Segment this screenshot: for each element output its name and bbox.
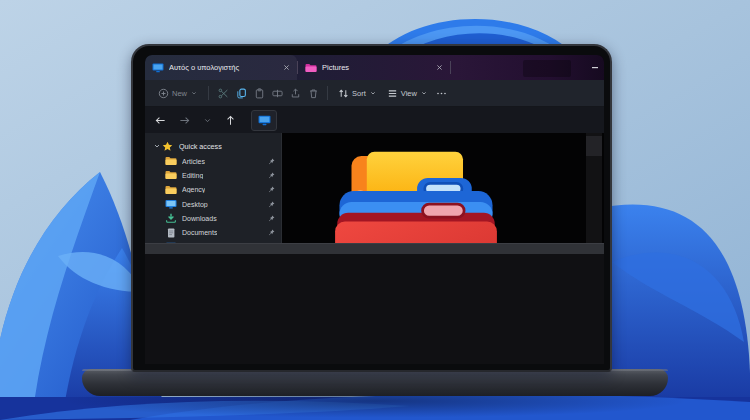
- pin-icon: [268, 229, 275, 236]
- rename-icon[interactable]: [268, 84, 286, 103]
- document-icon: [165, 228, 177, 238]
- tab-this-pc[interactable]: Αυτός ο υπολογιστής: [145, 55, 297, 80]
- tab-pictures[interactable]: Pictures: [298, 55, 450, 80]
- window-bottom-edge: [145, 254, 604, 364]
- command-toolbar: New: [145, 80, 604, 107]
- copy-icon[interactable]: [232, 84, 250, 103]
- navigation-bar: [145, 107, 604, 133]
- downloads-icon: [165, 213, 177, 223]
- paste-icon[interactable]: [250, 84, 268, 103]
- up-icon[interactable]: [225, 115, 236, 126]
- pin-icon: [268, 201, 275, 208]
- toolbar-separator: [327, 86, 328, 100]
- view-button[interactable]: View: [382, 84, 433, 103]
- chevron-down-icon: [420, 89, 428, 97]
- file-explorer-folders-icon: [334, 147, 498, 243]
- tab-label: Αυτός ο υπολογιστής: [169, 63, 278, 72]
- sidebar-item-agency[interactable]: Agency: [145, 183, 281, 197]
- address-bar-location[interactable]: [251, 110, 277, 131]
- this-pc-monitor-icon: [152, 63, 164, 73]
- navigation-pane: Quick access Articles: [145, 133, 282, 243]
- pin-icon: [268, 158, 275, 165]
- pin-icon: [268, 215, 275, 222]
- back-icon[interactable]: [155, 115, 166, 126]
- cut-icon[interactable]: [214, 84, 232, 103]
- sort-arrows-icon: [338, 88, 349, 99]
- toolbar-separator: [208, 86, 209, 100]
- view-lines-icon: [387, 88, 398, 99]
- scrollbar-thumb[interactable]: [586, 136, 602, 156]
- status-bar: [145, 243, 604, 254]
- new-button[interactable]: New: [153, 84, 203, 103]
- tab-close-icon[interactable]: [436, 64, 443, 71]
- pin-icon: [268, 172, 275, 179]
- share-icon[interactable]: [286, 84, 304, 103]
- tab-strip-shade: [523, 60, 571, 77]
- sidebar-item-articles[interactable]: Articles: [145, 154, 281, 168]
- chevron-down-icon: [369, 89, 377, 97]
- content-pane: [282, 133, 604, 243]
- folder-icon: [165, 156, 177, 166]
- tab-strip: [451, 55, 604, 80]
- plus-circle-icon: [158, 88, 169, 99]
- desktop-icon: [165, 199, 177, 209]
- sort-button[interactable]: Sort: [333, 84, 382, 103]
- sidebar-item-downloads[interactable]: Downloads: [145, 211, 281, 225]
- chevron-down-icon: [190, 89, 198, 97]
- folder-icon: [165, 170, 177, 180]
- new-button-label: New: [172, 89, 187, 98]
- chevron-down-icon: [153, 142, 162, 150]
- file-explorer-window: Αυτός ο υπολογιστής Pictures: [145, 55, 604, 364]
- tab-close-icon[interactable]: [283, 64, 290, 71]
- pink-folder-icon: [305, 63, 317, 73]
- sort-button-label: Sort: [352, 89, 366, 98]
- laptop-base: [82, 369, 668, 396]
- this-pc-monitor-icon: [258, 115, 271, 126]
- tab-label: Pictures: [322, 63, 431, 72]
- view-button-label: View: [401, 89, 417, 98]
- tab-bar: Αυτός ο υπολογιστής Pictures: [145, 55, 604, 80]
- more-options-icon[interactable]: [433, 84, 451, 103]
- laptop-display: Αυτός ο υπολογιστής Pictures: [145, 55, 604, 364]
- delete-icon[interactable]: [304, 84, 322, 103]
- desktop-wallpaper: Αυτός ο υπολογιστής Pictures: [0, 0, 750, 420]
- explorer-body: Quick access Articles: [145, 133, 604, 243]
- sidebar-quick-access-header[interactable]: Quick access: [145, 138, 281, 154]
- sidebar-item-editing[interactable]: Editing: [145, 168, 281, 182]
- folder-icon: [165, 185, 177, 195]
- sidebar-item-documents[interactable]: Documents: [145, 225, 281, 239]
- laptop-screen: Αυτός ο υπολογιστής Pictures: [131, 44, 612, 372]
- sidebar-item-desktop[interactable]: Desktop: [145, 197, 281, 211]
- quick-access-label: Quick access: [179, 142, 222, 151]
- minimize-icon[interactable]: [592, 66, 598, 69]
- star-icon: [162, 141, 174, 152]
- forward-icon[interactable]: [179, 115, 190, 126]
- scrollbar[interactable]: [586, 133, 602, 243]
- pin-icon: [268, 186, 275, 193]
- recent-locations-icon[interactable]: [203, 116, 212, 125]
